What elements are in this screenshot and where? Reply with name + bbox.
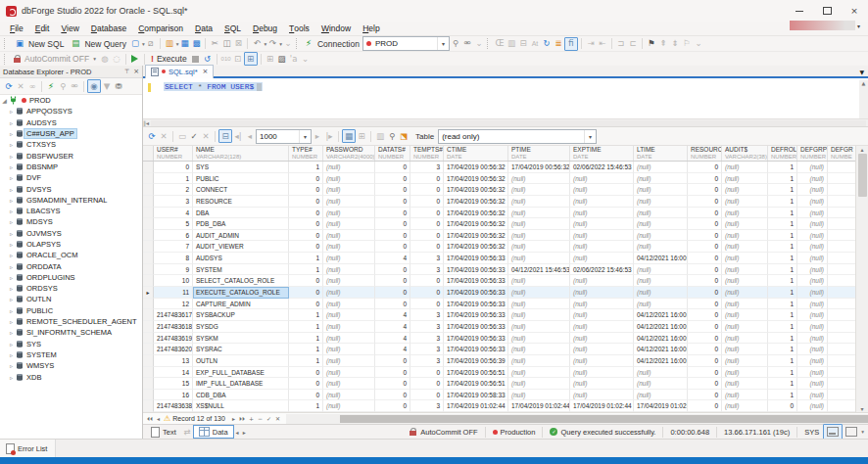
grid-cell[interactable]: 0 [688, 241, 722, 253]
security-manager-icon[interactable]: ⛃ [113, 80, 124, 92]
grid-horizontal-scrollbar[interactable] [286, 414, 868, 424]
new-sql-button[interactable]: ▣ New SQL [11, 37, 67, 51]
grid-cell[interactable]: 0 [688, 390, 722, 401]
tab-close-icon[interactable]: × [203, 68, 209, 75]
grid-cell[interactable]: (null) [323, 184, 375, 196]
grid-cell[interactable]: 0 [688, 309, 722, 321]
layout-plain-icon[interactable] [843, 425, 860, 439]
grid-cell[interactable]: 0 [375, 184, 410, 196]
grid-cell[interactable]: (null) [722, 184, 768, 196]
stop-icon[interactable] [190, 53, 202, 65]
column-visibility-icon[interactable]: ▥ [374, 130, 386, 142]
tree-item-schema[interactable]: ▹MDSYS [0, 216, 142, 227]
schema-view-icon[interactable]: ◉ [87, 79, 101, 93]
indent-icon[interactable]: ⇥ [585, 38, 597, 50]
grid-cell[interactable]: (null) [570, 196, 634, 208]
grid-cell[interactable] [828, 378, 855, 390]
collapse-arrow-icon[interactable]: ▹ [7, 218, 16, 225]
collapse-arrow-icon[interactable]: ▹ [7, 285, 16, 292]
grid-cell[interactable]: (null) [508, 333, 570, 345]
tree-item-schema[interactable]: ▹WMSYS [0, 360, 142, 371]
sql-editor[interactable]: SELECT * FROM USER$ [143, 80, 868, 118]
row-marker[interactable] [143, 321, 154, 333]
row-marker[interactable] [143, 253, 154, 264]
grid-cell[interactable]: 0 [375, 275, 410, 287]
collapse-arrow-icon[interactable]: ▹ [7, 197, 16, 204]
row-marker[interactable] [143, 173, 154, 185]
grid-cell[interactable]: 1 [768, 230, 797, 242]
grid-cell[interactable]: 3 [410, 253, 444, 264]
grid-cell[interactable]: 4 [154, 208, 193, 219]
grid-cell[interactable]: (null) [323, 253, 375, 264]
table-row[interactable]: ▸11EXECUTE_CATALOG_ROLE0(null)0017/04/20… [143, 287, 855, 299]
grid-cell[interactable]: (null) [508, 208, 570, 219]
tree-item-schema[interactable]: ▹APPQOSSYS [0, 106, 142, 116]
comment-icon[interactable]: ⊐ [615, 38, 627, 50]
tree-item-schema[interactable]: ▹GSMADMIN_INTERNAL [0, 195, 142, 206]
grid-cell[interactable]: (null) [323, 321, 375, 333]
grid-cell[interactable]: (null) [797, 333, 828, 345]
menu-help[interactable]: Help [357, 22, 385, 35]
tree-item-schema[interactable]: ▹PUBLIC [0, 305, 142, 316]
grid-cell[interactable]: (null) [722, 333, 768, 345]
grid-cell[interactable]: 04/12/2021 16:00:12 [634, 321, 688, 333]
grid-cell[interactable] [828, 208, 855, 219]
grid-cell[interactable]: 1 [768, 218, 797, 230]
tree-item-schema[interactable]: ▹ORDSYS [0, 283, 142, 294]
table-row[interactable]: 7AUDIT_VIEWER0(null)0017/04/2019 00:56:3… [143, 241, 855, 253]
grid-cell[interactable]: (null) [508, 309, 570, 321]
grid-cell[interactable] [828, 344, 855, 355]
table-row[interactable]: 16CDB_DBA0(null)0017/04/2019 00:58:33(nu… [143, 390, 855, 401]
history-icon[interactable]: ↺ [202, 53, 214, 65]
grid-cell[interactable]: 16 [154, 390, 193, 401]
grid-cell[interactable]: 0 [375, 390, 410, 401]
grid-cell[interactable]: (null) [508, 321, 570, 333]
grid-cell[interactable]: (null) [508, 275, 570, 287]
grid-cell[interactable]: 1 [768, 287, 797, 299]
undo-icon[interactable]: ↶ [251, 38, 263, 50]
new-connection-icon[interactable]: ⚡ [303, 38, 314, 50]
grid-cell[interactable]: 0 [289, 184, 323, 196]
grid-cell[interactable]: 2 [154, 184, 193, 196]
next-record-icon[interactable]: ▸ [230, 415, 237, 422]
table-row[interactable]: 15IMP_FULL_DATABASE0(null)0017/04/2019 0… [143, 378, 855, 390]
table-row[interactable]: 1PUBLIC0(null)0017/04/2019 00:56:32(null… [143, 173, 855, 185]
table-row[interactable]: 2147483620SYSRAC1(null)4317/04/2019 00:5… [143, 344, 855, 355]
grid-cell[interactable]: 0 [688, 218, 722, 230]
grid-cell[interactable]: (null) [570, 390, 634, 401]
table-row[interactable]: 13OUTLN1(null)0317/04/2019 00:56:39(null… [143, 355, 855, 367]
grid-cell[interactable]: 1 [289, 333, 323, 345]
grid-cell[interactable]: (null) [797, 378, 828, 390]
tab-data-view[interactable]: Data [193, 425, 234, 439]
grid-cell[interactable]: (null) [508, 173, 570, 185]
tab-sql-document[interactable]: SQL.sql* × [145, 65, 214, 78]
grid-cell[interactable]: (null) [508, 218, 570, 230]
tree-root-connection[interactable]: ◢PROD [0, 95, 142, 106]
grid-cell[interactable]: (null) [722, 344, 768, 355]
menu-sql[interactable]: SQL [218, 22, 247, 35]
grid-cell[interactable]: 1 [768, 390, 797, 401]
grid-cell[interactable]: 17/04/2019 00:58:33 [444, 390, 508, 401]
row-marker[interactable] [143, 264, 154, 276]
tree-item-schema[interactable]: ▹ORDPLUGINS [0, 272, 142, 283]
grid-cell[interactable]: 0 [688, 184, 722, 196]
grid-cell[interactable]: (null) [570, 321, 634, 333]
next-view-icon[interactable]: ▸ [241, 429, 248, 436]
grid-cell[interactable]: 0 [375, 287, 410, 299]
grid-cell[interactable]: (null) [634, 287, 688, 299]
table-row[interactable]: 2CONNECT0(null)0017/04/2019 00:56:32(nul… [143, 184, 855, 196]
connect-icon[interactable]: ⚲ [57, 80, 69, 92]
grid-cell[interactable]: (null) [797, 241, 828, 253]
grid-cell[interactable]: (null) [508, 378, 570, 390]
column-header-password[interactable]: PASSWORDVARCHAR2(4000) [323, 146, 375, 161]
grid-cell[interactable]: 12 [154, 299, 193, 310]
grid-cell[interactable]: (null) [323, 218, 375, 230]
grid-cell[interactable]: (null) [722, 367, 768, 379]
column-header-ltime[interactable]: LTIMEDATE [634, 146, 688, 161]
grid-cell[interactable]: 17/04/2019 00:56:33 [444, 333, 508, 345]
grid-cell[interactable]: (null) [323, 162, 375, 173]
menu-comparison[interactable]: Comparison [132, 22, 189, 35]
menu-edit[interactable]: Edit [29, 22, 56, 35]
table-row[interactable]: 2147483617SYSBACKUP1(null)4317/04/2019 0… [143, 309, 855, 321]
close-button[interactable]: × [841, 0, 868, 22]
